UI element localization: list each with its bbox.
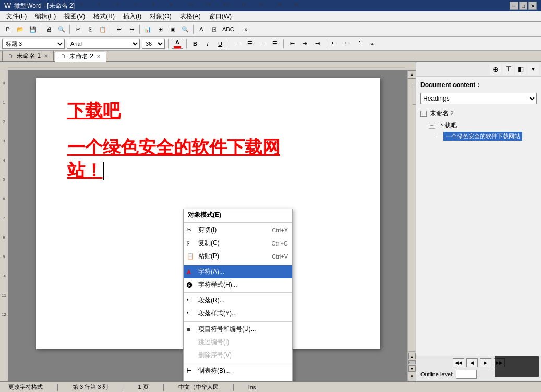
vertical-scrollbar[interactable]: ▲ ▲ · ▼ ▼ <box>407 70 416 381</box>
maximize-button[interactable]: □ <box>519 2 527 10</box>
menu-item-e[interactable]: 编辑(E) <box>31 11 60 22</box>
separator <box>139 24 140 34</box>
menu-item-f[interactable]: 文件(F) <box>2 11 31 22</box>
ctx-cut[interactable]: ✂ 剪切(I) Ctrl+X <box>184 224 292 237</box>
outline-item-1[interactable]: 下载吧 <box>436 120 459 130</box>
scroll-up-button[interactable]: ▲ <box>408 70 416 79</box>
frame-button[interactable]: ▣ <box>167 23 178 35</box>
menu-item-r[interactable]: 格式(R) <box>89 11 119 22</box>
scroll-dot[interactable]: · <box>408 360 416 364</box>
print-button[interactable]: 🖨 <box>43 23 55 35</box>
panel-btn3[interactable]: ◧ <box>515 64 526 75</box>
indent-more-button[interactable]: ⇥ <box>312 39 322 49</box>
right-panel: ⊕ ⊤ ◧ ▼ Document content： Headings − 未命名… <box>416 62 541 381</box>
para-style-icon: ¶ <box>187 311 190 317</box>
child1-expand[interactable]: − <box>429 123 435 129</box>
indent-right-button[interactable]: ⇥ <box>299 39 310 49</box>
menu-item-i[interactable]: 插入(I) <box>119 11 146 22</box>
outline-item-2[interactable]: 一个绿色安全的软件下载网站 <box>443 132 522 141</box>
size-select[interactable]: 36 <box>142 39 165 49</box>
font-select[interactable]: Arial <box>67 39 140 49</box>
scroll-page-up[interactable]: ▲ <box>408 353 416 359</box>
close-button[interactable]: ✕ <box>528 2 537 10</box>
menu-item-w[interactable]: 窗口(W) <box>205 11 236 22</box>
separator <box>193 24 194 34</box>
more-format-button[interactable]: » <box>367 39 377 49</box>
outline-children: − 下载吧 — 一个绿色安全的软件下载网站 <box>429 120 537 141</box>
table-button[interactable]: ⊞ <box>154 23 166 35</box>
ctx-char-style[interactable]: 🅐 字符样式(H)... <box>184 278 292 291</box>
menu-item-o[interactable]: 对象(O) <box>146 11 175 22</box>
save-button[interactable]: 💾 <box>27 23 39 35</box>
undo-button[interactable]: ↩ <box>113 23 125 35</box>
ctx-border[interactable]: ⊞ 边框(D)... <box>184 377 292 381</box>
panel-btn2[interactable]: ⊤ <box>502 64 514 75</box>
ctx-border-label: 边框(D)... <box>198 379 225 381</box>
document-scroll-area[interactable]: 下载吧 一个绿色安全的软件下载网 站！ 对象模式(E) ✂ 剪切(I) Ctrl… <box>8 70 407 381</box>
panel-dropdown-btn[interactable]: ▼ <box>527 64 539 75</box>
list-ordered-button[interactable]: ≔ <box>342 39 352 49</box>
scroll-thumb[interactable] <box>413 84 416 105</box>
ctx-para-style[interactable]: ¶ 段落样式(Y)... <box>184 307 292 320</box>
tab-unnamed1[interactable]: 🗋 未命名 1 ✕ <box>2 51 54 61</box>
copy-button[interactable]: ⎘ <box>85 23 96 35</box>
ctx-paste[interactable]: 📋 粘贴(P) Ctrl+V <box>184 250 292 263</box>
new-button[interactable]: 🗋 <box>2 23 14 35</box>
nav-next-button[interactable]: ▶ <box>480 358 491 368</box>
vertical-ruler: 0 1 2 3 4 5 6 7 8 9 10 11 12 <box>0 70 8 381</box>
ctx-bullets[interactable]: ≡ 项目符号和编号(U)... <box>184 323 292 336</box>
preview-button[interactable]: 🔍 <box>56 23 67 35</box>
bold-button[interactable]: B <box>190 39 200 49</box>
menu-bar: 文件(F)编辑(E)视图(V)格式(R)插入(I)对象(O)表格(A)窗口(W) <box>0 11 541 22</box>
panel-label: Document content： <box>420 81 537 90</box>
ctx-character[interactable]: A 字符(A)... <box>184 265 292 278</box>
tab-close-2[interactable]: ✕ <box>97 54 101 59</box>
outline-root-item[interactable]: 未命名 2 <box>428 108 456 118</box>
ctx-paragraph[interactable]: ¶ 段落(R)... <box>184 294 292 307</box>
tab-close-1[interactable]: ✕ <box>44 53 48 59</box>
font-button[interactable]: A <box>196 23 207 35</box>
align-center-button[interactable]: ☰ <box>245 39 255 49</box>
open-button[interactable]: 📂 <box>15 23 26 35</box>
separator <box>168 39 169 48</box>
separator <box>184 363 292 363</box>
expand-icon[interactable]: − <box>420 111 427 117</box>
list-unordered-button[interactable]: ≔ <box>329 39 340 49</box>
outline-level-input[interactable] <box>456 370 477 379</box>
nav-first-button[interactable]: ◀◀ <box>453 358 464 368</box>
outline-tree: − 未命名 2 − 下载吧 — 一个绿色安全的软件下载网站 <box>420 108 537 141</box>
panel-btn1[interactable]: ⊕ <box>490 64 501 75</box>
child2-dash: — <box>437 133 442 139</box>
scroll-page-down[interactable]: ▼ <box>408 365 416 372</box>
italic-button[interactable]: I <box>202 39 213 49</box>
more-button[interactable]: » <box>241 23 252 35</box>
cut-button[interactable]: ✂ <box>72 23 83 35</box>
ctx-paragraph-label: 段落(R)... <box>198 296 225 305</box>
tab-unnamed2[interactable]: 🗋 未命名 2 ✕ <box>55 52 106 62</box>
spell-button[interactable]: ABC <box>221 23 236 35</box>
underline-button[interactable]: U <box>215 39 225 49</box>
redo-button[interactable]: ↪ <box>126 23 137 35</box>
context-menu-header: 对象模式(E) <box>184 209 292 221</box>
align-right-button[interactable]: ≡ <box>257 39 268 49</box>
ctx-tabstop[interactable]: ⊢ 制表符(B)... <box>184 364 292 377</box>
panel-headings-select[interactable]: Headings <box>420 93 537 104</box>
ctx-copy[interactable]: ⎘ 复制(C) Ctrl+C <box>184 237 292 250</box>
paste-button[interactable]: 📋 <box>97 23 109 35</box>
ctx-del-num: 删除序号(V) <box>184 349 292 362</box>
chart-button[interactable]: 📊 <box>142 23 153 35</box>
align-left-button[interactable]: ≡ <box>232 39 243 49</box>
text-button[interactable]: ⍈ <box>208 23 220 35</box>
search-button[interactable]: 🔍 <box>179 23 191 35</box>
style-select[interactable]: 标题 3 <box>2 39 65 49</box>
indent-left-button[interactable]: ⇤ <box>287 39 297 49</box>
minimize-button[interactable]: ─ <box>510 2 518 10</box>
panel-toolbar: ⊕ ⊤ ◧ ▼ <box>416 62 541 77</box>
menu-item-a[interactable]: 表格(A) <box>176 11 205 22</box>
menu-item-v[interactable]: 视图(V) <box>60 11 89 22</box>
list-more-button[interactable]: ⋮ <box>354 39 365 49</box>
justify-button[interactable]: ☰ <box>270 39 280 49</box>
color-button[interactable]: A <box>172 39 183 49</box>
scroll-down-button[interactable]: ▼ <box>408 373 416 381</box>
nav-prev-button[interactable]: ◀ <box>466 358 478 368</box>
